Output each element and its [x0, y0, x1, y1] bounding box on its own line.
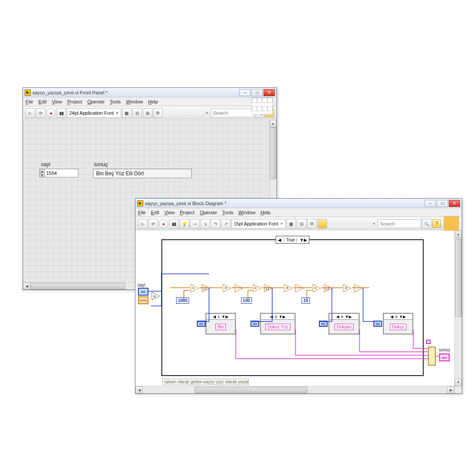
- floor-node-2[interactable]: ⌊⌋: [264, 283, 273, 293]
- menu-help[interactable]: Help: [261, 210, 270, 215]
- case-prev-icon[interactable]: ◀: [278, 238, 281, 242]
- menu-window[interactable]: Window: [126, 99, 143, 104]
- font-selector[interactable]: 24pt Application Font▼: [67, 108, 121, 118]
- sub-node-2[interactable]: −: [295, 283, 304, 293]
- resize-button[interactable]: ⊞: [143, 108, 152, 118]
- vertical-scrollbar[interactable]: ▲▼: [454, 231, 462, 386]
- titlebar[interactable]: ▶ sayıyı_yazıya_çevir.vi Block Diagram *…: [135, 199, 462, 208]
- close-button[interactable]: ✕: [449, 200, 460, 207]
- titlebar[interactable]: ▶ sayıyı_yazıya_çevir.vi Front Panel * –…: [23, 88, 277, 97]
- i32-convert-3[interactable]: I32: [319, 321, 328, 327]
- step-over-button[interactable]: ↷: [211, 219, 220, 228]
- menu-project[interactable]: Project: [180, 210, 194, 215]
- sayi-terminal[interactable]: I32: [138, 288, 148, 296]
- distribute-button[interactable]: ⊟: [132, 108, 142, 118]
- floor-node-3[interactable]: ⌊⌋: [323, 283, 333, 293]
- distribute-button[interactable]: ⊟: [297, 219, 306, 228]
- mult-node-3[interactable]: ×: [342, 283, 352, 293]
- divide-node-1[interactable]: ÷: [190, 283, 199, 293]
- mult-node-1[interactable]: ×: [222, 283, 232, 293]
- menu-view[interactable]: View: [52, 99, 62, 104]
- i32-convert-2[interactable]: I32: [251, 321, 259, 327]
- align-button[interactable]: ▦: [286, 219, 296, 228]
- i32-convert-1[interactable]: I32: [197, 321, 206, 327]
- floor-node-1[interactable]: ⌊⌋: [201, 283, 211, 293]
- menu-tools[interactable]: Tools: [109, 99, 121, 104]
- sayi-input[interactable]: [45, 169, 78, 177]
- case-box-bin[interactable]: ◀1▼▶ Bin: [206, 313, 236, 334]
- align-button[interactable]: ▦: [122, 108, 132, 118]
- case-selector-value[interactable]: True: [284, 238, 297, 242]
- case-next-icon[interactable]: ▼▶: [279, 315, 286, 319]
- run-continuous-button[interactable]: ⟳: [148, 219, 158, 228]
- menu-tools[interactable]: Tools: [222, 210, 233, 215]
- case-structure[interactable]: ◀ True ▼▶: [161, 239, 424, 376]
- menu-operate[interactable]: Operate: [200, 210, 217, 215]
- const-9999-terminal[interactable]: 9999: [138, 296, 148, 304]
- case-selector[interactable]: ◀ True ▼▶: [276, 236, 309, 244]
- i32-convert-4[interactable]: I32: [373, 321, 382, 327]
- step-into-button[interactable]: ↴: [200, 219, 210, 228]
- pause-button[interactable]: ▮▮: [57, 108, 66, 118]
- constant-100[interactable]: 100: [241, 297, 252, 304]
- run-button[interactable]: ▷: [26, 108, 35, 118]
- maximize-button[interactable]: ▭: [437, 200, 448, 207]
- divide-node-3[interactable]: ÷: [312, 283, 322, 293]
- minimize-button[interactable]: –: [239, 89, 251, 96]
- search-input[interactable]: [378, 219, 421, 228]
- vi-icon[interactable]: [444, 216, 459, 232]
- horizontal-scrollbar[interactable]: ◀▶: [135, 386, 454, 393]
- case-prev-icon[interactable]: ◀: [390, 315, 393, 319]
- case-prev-icon[interactable]: ◀: [336, 315, 339, 319]
- mult-node-2[interactable]: ×: [283, 283, 293, 293]
- highlight-exec-button[interactable]: 💡: [180, 219, 189, 228]
- reorder-button[interactable]: ⧉: [153, 108, 163, 118]
- retain-wire-button[interactable]: ⊸: [190, 219, 199, 228]
- font-selector[interactable]: 15pt Application Font▼: [232, 219, 286, 228]
- cleanup-button[interactable]: ✨: [318, 219, 327, 228]
- menu-edit[interactable]: Edit: [151, 210, 159, 215]
- case-box-dokuz[interactable]: ◀9▼▶ Dokuz: [383, 313, 413, 334]
- abort-button[interactable]: ●: [159, 219, 168, 228]
- case-next-icon[interactable]: ▼▶: [345, 315, 352, 319]
- case-next-icon[interactable]: ▼▶: [299, 238, 307, 242]
- step-out-button[interactable]: ↗: [221, 219, 231, 228]
- case-prev-icon[interactable]: ◀: [213, 315, 216, 319]
- menu-edit[interactable]: Edit: [39, 99, 47, 104]
- divide-node-2[interactable]: ÷: [252, 283, 262, 293]
- menu-project[interactable]: Project: [67, 99, 82, 104]
- help-button[interactable]: ?: [432, 219, 441, 228]
- constant-1000[interactable]: 1000: [176, 297, 189, 304]
- sayi-up-button[interactable]: ▲: [40, 169, 44, 173]
- abort-button[interactable]: ●: [46, 108, 56, 118]
- string-const-empty[interactable]: [426, 340, 431, 344]
- case-next-icon[interactable]: ▼▶: [222, 315, 228, 319]
- maximize-button[interactable]: ▭: [251, 89, 263, 96]
- search-icon[interactable]: 🔍: [422, 219, 431, 228]
- menu-view[interactable]: View: [164, 210, 175, 215]
- close-button[interactable]: ✕: [264, 89, 275, 96]
- menu-file[interactable]: File: [26, 99, 33, 104]
- sonuc-terminal[interactable]: abc: [439, 354, 450, 361]
- constant-10[interactable]: 10: [302, 297, 310, 304]
- menu-operate[interactable]: Operate: [87, 99, 105, 104]
- compare-node[interactable]: ≤: [151, 291, 161, 301]
- concat-strings-node[interactable]: [428, 347, 436, 366]
- run-button[interactable]: ▷: [138, 219, 148, 228]
- case-box-dokuz-yuz[interactable]: ◀9▼▶ Dokuz Yüz: [260, 313, 296, 334]
- case-prev-icon[interactable]: ◀: [270, 315, 273, 319]
- minimize-button[interactable]: –: [425, 200, 436, 207]
- case-next-icon[interactable]: ▼▶: [399, 315, 406, 319]
- pause-button[interactable]: ▮▮: [169, 219, 179, 228]
- menu-file[interactable]: File: [138, 210, 146, 215]
- menu-window[interactable]: Window: [238, 210, 255, 215]
- block-diagram-canvas[interactable]: ◀ True ▼▶ sayi I32 9999 ≤ 1000 100 10 ÷ …: [135, 231, 454, 386]
- sub-node-3[interactable]: −: [354, 283, 363, 293]
- connector-pane[interactable]: [251, 97, 273, 115]
- reorder-button[interactable]: ⧉: [307, 219, 317, 228]
- menu-help[interactable]: Help: [148, 99, 158, 104]
- search-input[interactable]: [211, 109, 254, 117]
- case-box-doksan[interactable]: ◀9▼▶ Doksan: [328, 313, 360, 334]
- sayi-down-button[interactable]: ▼: [40, 173, 44, 177]
- sub-node-1[interactable]: −: [234, 283, 244, 293]
